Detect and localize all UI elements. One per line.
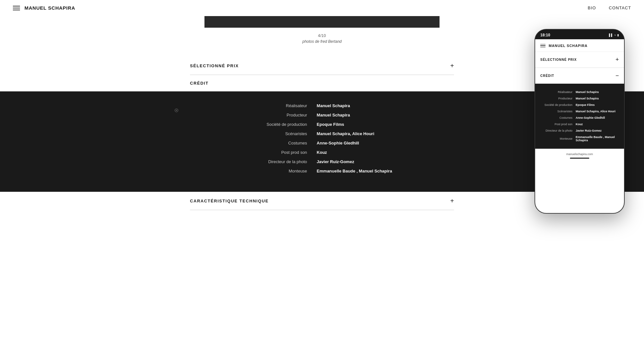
credit-label: Directeur de la photo bbox=[190, 157, 317, 166]
selectionne-title: SÉLECTIONNÉ PRIX bbox=[190, 63, 239, 68]
phone-mockup: 18:10 ▌▌ ≈ ▮ MANUEL SCHAPIRA SÉLECTIONNÉ… bbox=[535, 29, 625, 214]
bio-link[interactable]: BIO bbox=[588, 5, 596, 10]
phone-site-title: MANUEL SCHAPIRA bbox=[549, 44, 588, 48]
phone-credit-title: CRÉDIT bbox=[540, 74, 554, 78]
phone-credit-label: Réalisateur bbox=[540, 89, 576, 95]
hamburger-icon[interactable] bbox=[13, 6, 20, 10]
site-title: MANUEL SCHAPIRA bbox=[24, 5, 75, 11]
phone-home-indicator bbox=[570, 158, 589, 159]
credit-label: Scénaristes bbox=[190, 129, 317, 138]
battery-icon: ▮ bbox=[617, 33, 619, 37]
wifi-icon: ≈ bbox=[614, 33, 616, 37]
phone-credit-value: Anne-Sophie Gledhill bbox=[576, 115, 619, 121]
phone-credit-row: Post prod sonKouz bbox=[540, 121, 619, 127]
phone-credit-block: RéalisateurManuel SchapiraProducteurManu… bbox=[535, 84, 624, 149]
header-left: MANUEL SCHAPIRA bbox=[13, 5, 75, 11]
phone-credit-row: MonteuseEmmanuelle Baude , Manuel Schapi… bbox=[540, 134, 619, 144]
phone-credit-toggle: − bbox=[615, 72, 619, 79]
phone-footer-url: manuelschapira.com bbox=[566, 153, 593, 156]
credit-table: RéalisateurManuel SchapiraProducteurManu… bbox=[190, 101, 454, 176]
phone-header: MANUEL SCHAPIRA bbox=[535, 39, 624, 52]
phone-credit-label: Costumes bbox=[540, 115, 576, 121]
caracteristique-title: CARACTÉRISTIQUE TECHNIQUE bbox=[190, 199, 269, 203]
phone-status: ▌▌ ≈ ▮ bbox=[609, 33, 619, 37]
phone-credit-section: CRÉDIT − RéalisateurManuel SchapiraProdu… bbox=[535, 68, 624, 149]
phone-credit-label: Monteuse bbox=[540, 134, 576, 144]
phone-credit-label: Scénaristes bbox=[540, 108, 576, 115]
bottom-spacer bbox=[0, 210, 644, 249]
phone-time: 18:10 bbox=[540, 33, 550, 37]
phone-credit-row: CostumesAnne-Sophie Gledhill bbox=[540, 115, 619, 121]
credit-label: Post prod son bbox=[190, 148, 317, 157]
credit-label: Société de production bbox=[190, 120, 317, 129]
phone-credit-row: Directeur de la photoJavier Ruiz-Gomez bbox=[540, 127, 619, 134]
selectionne-header[interactable]: SÉLECTIONNÉ PRIX + bbox=[190, 57, 454, 75]
phone-credit-table: RéalisateurManuel SchapiraProducteurManu… bbox=[540, 89, 619, 144]
phone-credit-value: Manuel Schapira, Alice Houri bbox=[576, 108, 619, 115]
credit-value: Manuel Schapira, Alice Houri bbox=[317, 129, 454, 138]
phone-selectionne-toggle: + bbox=[615, 56, 619, 63]
image-strip bbox=[204, 16, 440, 28]
credit-row: Post prod sonKouz bbox=[190, 148, 454, 157]
phone-credit-row: RéalisateurManuel Schapira bbox=[540, 89, 619, 95]
contact-link[interactable]: CONTACT bbox=[609, 5, 631, 10]
credit-title: CRÉDIT bbox=[190, 81, 209, 86]
caracteristique-toggle: + bbox=[450, 198, 454, 204]
phone-notch: 18:10 ▌▌ ≈ ▮ bbox=[535, 30, 624, 39]
selectionne-section: SÉLECTIONNÉ PRIX + bbox=[177, 57, 467, 75]
credit-row: Directeur de la photoJavier Ruiz-Gomez bbox=[190, 157, 454, 166]
credit-section: CRÉDIT bbox=[177, 75, 467, 91]
credit-value: Manuel Schapira bbox=[317, 101, 454, 110]
credit-value: Anne-Sophie Gledhill bbox=[317, 138, 454, 148]
phone-credit-value: Manuel Schapira bbox=[576, 95, 619, 102]
phone-credit-row: Société de productionEpoque Films bbox=[540, 102, 619, 108]
credit-label: Producteur bbox=[190, 110, 317, 120]
credit-row: CostumesAnne-Sophie Gledhill bbox=[190, 138, 454, 148]
phone-selectionne-title: SÉLECTIONNÉ PRIX bbox=[540, 58, 577, 61]
credit-row: ScénaristesManuel Schapira, Alice Houri bbox=[190, 129, 454, 138]
phone-selectionne-header[interactable]: SÉLECTIONNÉ PRIX + bbox=[535, 52, 624, 68]
caracteristique-section: CARACTÉRISTIQUE TECHNIQUE + bbox=[177, 192, 467, 210]
credit-value: Emmanuelle Baude , Manuel Schapira bbox=[317, 166, 454, 176]
credit-row: MonteuseEmmanuelle Baude , Manuel Schapi… bbox=[190, 166, 454, 176]
caracteristique-header[interactable]: CARACTÉRISTIQUE TECHNIQUE + bbox=[190, 192, 454, 210]
credit-row: RéalisateurManuel Schapira bbox=[190, 101, 454, 110]
phone-footer: manuelschapira.com bbox=[535, 149, 624, 161]
phone-selectionne-section: SÉLECTIONNÉ PRIX + bbox=[535, 52, 624, 68]
credit-value: Kouz bbox=[317, 148, 454, 157]
signal-icon: ▌▌ bbox=[609, 33, 613, 37]
phone-screen[interactable]: MANUEL SCHAPIRA SÉLECTIONNÉ PRIX + CRÉDI… bbox=[535, 39, 624, 213]
phone-credit-value: Epoque Films bbox=[576, 102, 619, 108]
credit-value: Epoque Films bbox=[317, 120, 454, 129]
phone-credit-value: Emmanuelle Baude , Manuel Schapira bbox=[576, 134, 619, 144]
credit-row: Société de productionEpoque Films bbox=[190, 120, 454, 129]
credit-header[interactable]: CRÉDIT bbox=[190, 75, 454, 91]
phone-credit-row: ScénaristesManuel Schapira, Alice Houri bbox=[540, 108, 619, 115]
selectionne-toggle: + bbox=[450, 62, 454, 69]
phone-credit-label: Directeur de la photo bbox=[540, 127, 576, 134]
phone-credit-header[interactable]: CRÉDIT − bbox=[535, 68, 624, 84]
credit-label: Réalisateur bbox=[190, 101, 317, 110]
credit-value: Javier Ruiz-Gomez bbox=[317, 157, 454, 166]
credit-label: Monteuse bbox=[190, 166, 317, 176]
phone-credit-row: ProducteurManuel Schapira bbox=[540, 95, 619, 102]
site-header: MANUEL SCHAPIRA BIO CONTACT bbox=[0, 0, 644, 16]
header-nav: BIO CONTACT bbox=[588, 5, 631, 10]
credit-label: Costumes bbox=[190, 138, 317, 148]
credit-row: ProducteurManuel Schapira bbox=[190, 110, 454, 120]
credit-value: Manuel Schapira bbox=[317, 110, 454, 120]
phone-credit-label: Société de production bbox=[540, 102, 576, 108]
phone-credit-value: Manuel Schapira bbox=[576, 89, 619, 95]
phone-credit-value: Kouz bbox=[576, 121, 619, 127]
phone-credit-value: Javier Ruiz-Gomez bbox=[576, 127, 619, 134]
phone-credit-label: Post prod son bbox=[540, 121, 576, 127]
phone-credit-label: Producteur bbox=[540, 95, 576, 102]
phone-hamburger-icon[interactable] bbox=[540, 44, 545, 48]
